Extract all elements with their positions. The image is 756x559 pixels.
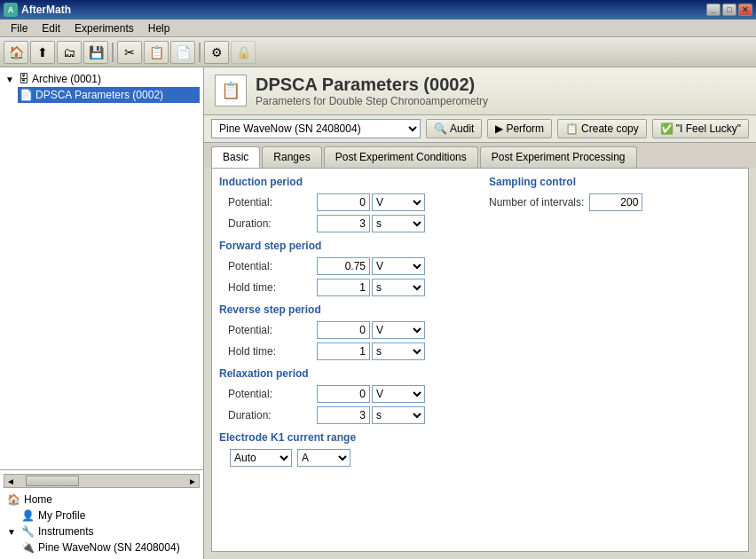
forward-step-header: Forward step period: [219, 240, 471, 252]
induction-period-header: Induction period: [219, 176, 471, 188]
reverse-holdtime-input[interactable]: [317, 342, 370, 360]
feel-lucky-button[interactable]: ✅ "I Feel Lucky": [652, 119, 749, 138]
toolbar-copy[interactable]: 📋: [144, 41, 169, 64]
content-area: 📋 DPSCA Parameters (0002) Parameters for…: [204, 67, 756, 559]
toolbar-folder[interactable]: 🗂: [57, 41, 82, 64]
menu-experiments[interactable]: Experiments: [67, 20, 141, 36]
induction-duration-input[interactable]: [317, 215, 370, 232]
audit-button[interactable]: 🔍 Audit: [426, 119, 482, 138]
forward-holdtime-input[interactable]: [317, 279, 370, 296]
forward-potential-label: Potential:: [228, 260, 317, 272]
nav-pinenow[interactable]: 🔌 Pine WaveNow (SN 2408004): [18, 539, 200, 555]
create-copy-label: Create copy: [581, 122, 639, 135]
instrument-select[interactable]: Pine WaveNow (SN 2408004): [211, 119, 421, 138]
tree-item-dpsca[interactable]: 📄 DPSCA Parameters (0002): [18, 87, 200, 103]
electrode-unit-select[interactable]: AmAµA: [297, 449, 350, 467]
document-subtitle: Parameters for Double Step Chronoamperom…: [256, 95, 488, 107]
sampling-header: Sampling control: [489, 176, 741, 188]
induction-potential-row: Potential: VmV: [219, 193, 471, 211]
instrument-bar: Pine WaveNow (SN 2408004) 🔍 Audit ▶ Perf…: [204, 115, 756, 143]
reverse-potential-row: Potential: VmV: [219, 321, 471, 339]
induction-potential-label: Potential:: [228, 196, 317, 209]
forward-holdtime-label: Hold time:: [228, 281, 317, 294]
tab-post-exp-processing[interactable]: Post Experiment Processing: [480, 146, 637, 168]
relaxation-potential-unit[interactable]: VmV: [372, 385, 425, 403]
induction-duration-label: Duration:: [228, 217, 317, 230]
perform-button[interactable]: ▶ Perform: [487, 119, 552, 138]
menu-help[interactable]: Help: [141, 20, 177, 36]
relaxation-duration-unit[interactable]: sms: [372, 406, 425, 424]
reverse-step-header: Reverse step period: [219, 303, 471, 316]
perform-icon: ▶: [495, 122, 503, 135]
window-controls: _ □ ✕: [706, 4, 752, 16]
toolbar-settings[interactable]: ⚙: [204, 41, 229, 64]
relaxation-potential-input[interactable]: [317, 385, 370, 403]
params-left-col: Induction period Potential: VmV Duration…: [219, 176, 471, 470]
electrode-header: Electrode K1 current range: [219, 431, 471, 444]
title-left: A AfterMath: [4, 3, 71, 17]
minimize-button[interactable]: _: [706, 4, 721, 16]
relaxation-duration-label: Duration:: [228, 409, 317, 421]
doc-header: 📋 DPSCA Parameters (0002) Parameters for…: [204, 67, 756, 115]
archive-icon: 🗄: [19, 73, 29, 85]
pinenow-icon: 🔌: [21, 541, 35, 554]
params-right-col: Sampling control Number of intervals:: [489, 176, 741, 470]
menu-edit[interactable]: Edit: [35, 20, 67, 36]
scroll-right-arrow[interactable]: ►: [186, 476, 199, 486]
expand-instruments-icon: ▼: [7, 527, 16, 537]
app-title: AfterMath: [21, 4, 71, 16]
audit-label: Audit: [450, 122, 474, 135]
menu-file[interactable]: File: [4, 20, 35, 36]
nav-instruments-label: Instruments: [38, 525, 94, 538]
close-button[interactable]: ✕: [738, 4, 752, 16]
reverse-holdtime-unit[interactable]: sms: [372, 342, 425, 360]
document-title: DPSCA Parameters (0002): [256, 75, 488, 95]
induction-duration-unit[interactable]: sms: [372, 215, 425, 232]
nav-myprofile-label: My Profile: [38, 509, 85, 522]
forward-potential-unit[interactable]: VmV: [372, 257, 425, 275]
relaxation-potential-label: Potential:: [228, 388, 317, 400]
toolbar-save[interactable]: 💾: [83, 41, 108, 64]
reverse-holdtime-row: Hold time: sms: [219, 342, 471, 360]
audit-icon: 🔍: [434, 122, 447, 135]
toolbar-up[interactable]: ⬆: [30, 41, 55, 64]
nav-home[interactable]: 🏠 Home: [4, 492, 200, 508]
maximize-button[interactable]: □: [722, 4, 736, 16]
electrode-range-select[interactable]: Auto1A100mA: [230, 449, 292, 467]
toolbar-home[interactable]: 🏠: [4, 41, 28, 64]
instruments-icon: 🔧: [21, 525, 35, 538]
app-icon: A: [4, 3, 18, 17]
sampling-row: Number of intervals:: [489, 193, 741, 211]
forward-potential-input[interactable]: [317, 257, 370, 275]
scrollbar-thumb[interactable]: [26, 476, 79, 486]
nav-myprofile[interactable]: 👤 My Profile: [18, 508, 200, 524]
tab-post-exp-conditions[interactable]: Post Experiment Conditions: [324, 146, 478, 168]
lucky-icon: ✅: [660, 122, 673, 135]
relaxation-header: Relaxation period: [219, 367, 471, 380]
induction-potential-unit[interactable]: VmV: [372, 193, 425, 211]
relaxation-duration-input[interactable]: [317, 406, 370, 424]
forward-holdtime-unit[interactable]: sms: [372, 279, 425, 296]
toolbar-cut[interactable]: ✂: [117, 41, 142, 64]
num-intervals-input[interactable]: [589, 193, 642, 211]
toolbar-lock[interactable]: 🔒: [231, 41, 256, 64]
tab-ranges[interactable]: Ranges: [262, 146, 321, 168]
nav-home-label: Home: [24, 493, 52, 506]
perform-label: Perform: [506, 122, 544, 135]
scroll-left-arrow[interactable]: ◄: [4, 476, 17, 486]
toolbar-separator-2: [199, 43, 201, 62]
tree-area: ▼ 🗄 Archive (0001) 📄 DPSCA Parameters (0…: [0, 67, 203, 469]
reverse-potential-input[interactable]: [317, 321, 370, 339]
toolbar-paste[interactable]: 📄: [170, 41, 195, 64]
home-icon: 🏠: [7, 493, 20, 506]
tree-item-archive[interactable]: ▼ 🗄 Archive (0001): [4, 71, 200, 87]
main-layout: ▼ 🗄 Archive (0001) 📄 DPSCA Parameters (0…: [0, 67, 756, 559]
induction-potential-input[interactable]: [317, 193, 370, 211]
create-copy-button[interactable]: 📋 Create copy: [557, 119, 647, 138]
params-panel: Induction period Potential: VmV Duration…: [211, 168, 749, 552]
nav-instruments[interactable]: ▼ 🔧 Instruments: [4, 524, 200, 539]
reverse-potential-unit[interactable]: VmV: [372, 321, 425, 339]
tab-basic[interactable]: Basic: [211, 146, 260, 168]
horizontal-scrollbar[interactable]: ◄ ►: [4, 474, 200, 488]
relaxation-duration-row: Duration: sms: [219, 406, 471, 424]
